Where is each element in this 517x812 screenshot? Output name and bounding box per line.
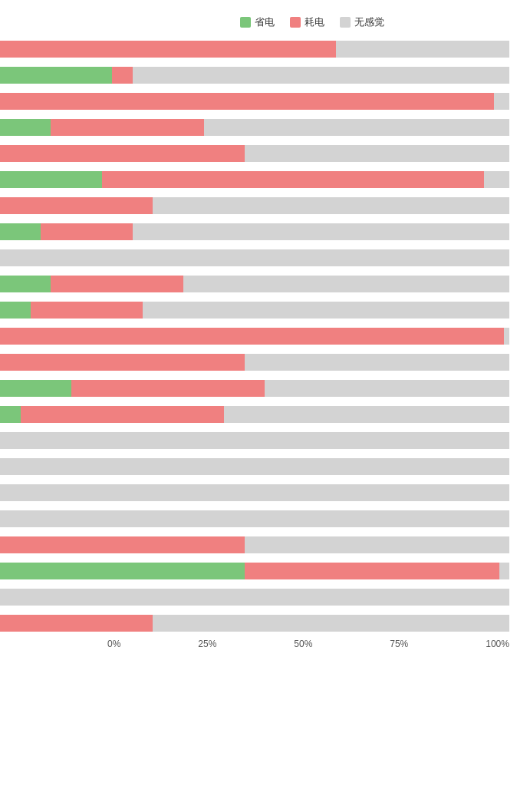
bar-track [0, 484, 509, 501]
chart-row: iPhone 12 [0, 115, 509, 140]
bar-neutral [245, 145, 509, 162]
chart-row: iPhone SE 第2代 [0, 480, 509, 505]
bar-neutral [183, 276, 509, 292]
bar-save [0, 67, 112, 84]
bar-neutral [143, 302, 509, 319]
legend-label: 省电 [255, 15, 275, 29]
chart-row: iPhone 14 Pro Max [0, 402, 509, 427]
bar-save [0, 171, 102, 188]
x-axis-label: 75% [390, 639, 408, 649]
chart-row: iPhone XS Max [0, 611, 509, 635]
chart-row: iPhone 8 Plus [0, 454, 509, 479]
chart-row: iPhone XR [0, 559, 509, 583]
bar-neutral [245, 536, 509, 553]
bar-neutral [0, 510, 509, 527]
legend: 省电耗电无感觉 [107, 15, 517, 29]
bar-neutral [153, 197, 509, 214]
bar-track [0, 354, 509, 371]
bar-neutral [499, 563, 509, 579]
bar-track [0, 41, 509, 58]
chart-row: iPhone 14 Plus [0, 350, 509, 375]
bar-track [0, 67, 509, 84]
bar-track [0, 197, 509, 214]
bar-save [0, 406, 21, 423]
chart-row: iPhone 12 Pro Max [0, 193, 509, 218]
bar-neutral [0, 458, 509, 475]
bar-drain [245, 563, 499, 579]
bar-track [0, 328, 509, 345]
bar-track [0, 563, 509, 579]
bar-neutral [153, 615, 509, 632]
legend-label: 耗电 [305, 15, 324, 29]
bar-neutral [0, 484, 509, 501]
bar-drain [0, 93, 494, 110]
legend-swatch [290, 17, 301, 28]
chart-row: iPhone 13 [0, 220, 509, 244]
chart-row: iPhone 11 [0, 37, 509, 61]
chart-row: iPhone 12 Pro [0, 167, 509, 192]
bar-neutral [224, 406, 509, 423]
bar-track [0, 432, 509, 449]
chart-row: iPhone 13 Pro [0, 272, 509, 296]
bar-neutral [0, 432, 509, 449]
legend-item: 省电 [240, 15, 275, 29]
chart-row: iPhone 12 mini [0, 141, 509, 166]
bar-drain [102, 171, 484, 188]
bar-neutral [133, 67, 509, 84]
chart-row: iPhone 8 [0, 428, 509, 453]
bar-drain [71, 380, 265, 397]
bar-drain [0, 354, 245, 371]
bar-save [0, 563, 245, 579]
legend-swatch [340, 17, 351, 28]
bar-drain [31, 302, 143, 319]
bar-track [0, 276, 509, 292]
bar-drain [112, 67, 133, 84]
bar-track [0, 380, 509, 397]
bar-neutral [245, 354, 509, 371]
bar-track [0, 171, 509, 188]
chart-row: iPhone X [0, 533, 509, 557]
legend-label: 无感觉 [354, 15, 384, 29]
legend-swatch [240, 17, 251, 28]
chart-row: iPhone 14 Pro [0, 376, 509, 401]
x-axis-label: 50% [294, 639, 312, 649]
bar-neutral [484, 171, 509, 188]
bar-drain [0, 41, 336, 58]
bar-track [0, 406, 509, 423]
bar-save [0, 302, 31, 319]
bar-drain [41, 223, 133, 240]
bar-save [0, 119, 51, 136]
chart-row: iPhone XS [0, 585, 509, 609]
bar-neutral [0, 249, 509, 266]
bar-track [0, 458, 509, 475]
bar-save [0, 276, 51, 292]
bar-drain [0, 615, 153, 632]
legend-item: 无感觉 [340, 15, 384, 29]
legend-item: 耗电 [290, 15, 324, 29]
bar-track [0, 249, 509, 266]
x-axis-label: 0% [107, 639, 120, 649]
bar-drain [0, 328, 504, 345]
bar-drain [0, 536, 245, 553]
chart-row: iPhone 13 Pro Max [0, 298, 509, 322]
bar-track [0, 145, 509, 162]
bar-track [0, 119, 509, 136]
chart-row: iPhone 14 [0, 324, 509, 348]
bar-neutral [494, 93, 509, 110]
chart-row: iPhone SE 第3代 [0, 507, 509, 531]
bar-save [0, 223, 41, 240]
bar-track [0, 93, 509, 110]
bar-neutral [336, 41, 509, 58]
bar-track [0, 589, 509, 606]
bar-drain [0, 197, 153, 214]
chart-row: iPhone 11 Pro [0, 63, 509, 87]
chart-row: iPhone 13 mini [0, 246, 509, 270]
bar-neutral [504, 328, 509, 345]
bar-track [0, 536, 509, 553]
bar-drain [51, 119, 203, 136]
bar-drain [21, 406, 225, 423]
bar-track [0, 615, 509, 632]
bar-neutral [265, 380, 509, 397]
x-axis-label: 100% [486, 639, 509, 649]
bar-save [0, 380, 71, 397]
